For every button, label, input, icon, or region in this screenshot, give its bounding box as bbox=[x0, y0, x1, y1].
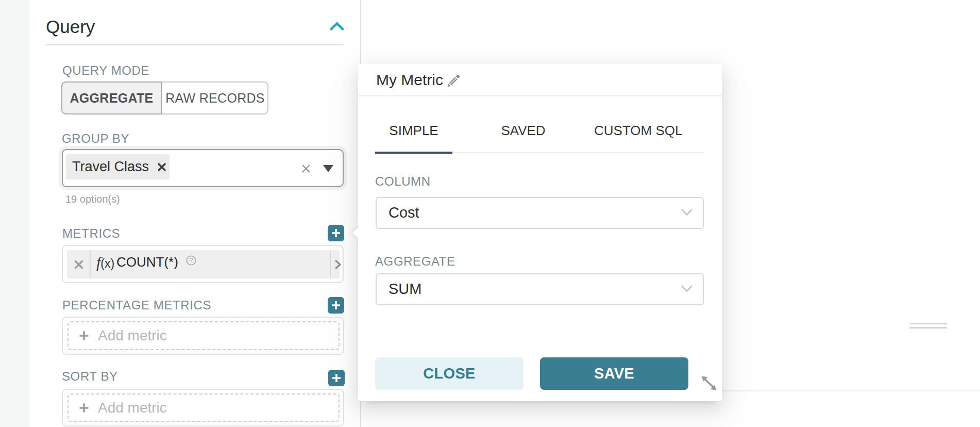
svg-text:?: ? bbox=[190, 257, 193, 264]
